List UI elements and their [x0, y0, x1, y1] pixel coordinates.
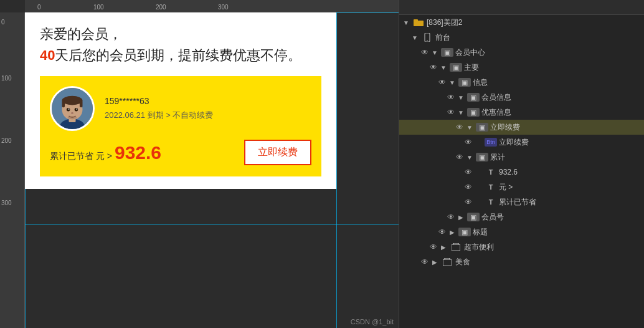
svg-point-8 — [75, 108, 78, 112]
group2-icon — [450, 243, 462, 251]
layer-item-renew-btn[interactable]: 👁 Btn 立即续费 — [399, 135, 644, 150]
layer-label-renew-btn: 立即续费 — [499, 137, 642, 148]
expand-arrow: ▼ — [457, 94, 465, 101]
group-icon: ▣ — [476, 153, 488, 162]
yellow-promotion-box: 159******63 2022.06.21 到期 > 不自动续费 累计已节省 … — [40, 76, 321, 176]
layer-item-info[interactable]: 👁 ▼ ▣ 信息 — [399, 75, 644, 90]
layer-label-discount-info: 优惠信息 — [481, 107, 642, 118]
layers-list[interactable]: ▼ [836]美团2 ▼ 前台 👁 ▼ ▣ 会员中心 👁 ▼ ▣ 主要 — [399, 15, 644, 328]
eye-icon[interactable]: 👁 — [428, 241, 439, 253]
eye-icon[interactable]: 👁 — [428, 62, 439, 73]
expand-arrow: ▼ — [430, 49, 439, 56]
svg-point-9 — [69, 109, 70, 110]
layer-label-main: 主要 — [464, 62, 642, 73]
text-icon: T — [485, 168, 497, 176]
layer-item-amount[interactable]: 👁 T 932.6 — [399, 165, 644, 180]
layer-item-supermarket[interactable]: 👁 ▶ 超市便利 — [399, 239, 644, 254]
expand-arrow: ▼ — [465, 154, 474, 161]
eye-icon[interactable]: 👁 — [419, 256, 430, 268]
layer-label-info: 信息 — [473, 77, 642, 88]
eye-icon[interactable]: 👁 — [445, 107, 457, 118]
member-phone: 159******63 — [105, 96, 214, 106]
member-card: 亲爱的会员， 40天后您的会员到期，提前续费优惠不停。 — [25, 12, 336, 189]
svg-rect-5 — [62, 100, 65, 107]
layer-label-food: 美食 — [455, 257, 642, 268]
layer-label-cumulative: 累计 — [490, 152, 642, 163]
layer-item-member-info[interactable]: 👁 ▼ ▣ 会员信息 — [399, 90, 644, 105]
layer-item-cumulative[interactable]: 👁 ▼ ▣ 累计 — [399, 150, 644, 165]
expand-arrow: ▼ — [448, 79, 457, 86]
svg-point-4 — [62, 96, 83, 105]
eye-icon[interactable]: 👁 — [463, 137, 474, 148]
savings-amount: 932.6 — [115, 142, 161, 163]
svg-point-10 — [76, 109, 77, 110]
eye-icon[interactable]: 👁 — [454, 122, 465, 133]
eye-icon[interactable]: 👁 — [445, 211, 457, 223]
folder-icon — [412, 18, 425, 27]
benefit-row: 累计已节省 元 > 932.6 立即续费 — [50, 140, 311, 165]
layer-label-savings: 累计已节省 — [499, 197, 642, 208]
member-details: 159******63 2022.06.21 到期 > 不自动续费 — [105, 96, 214, 121]
savings-text: 累计已节省 元 > — [50, 151, 112, 162]
svg-rect-17 — [452, 244, 460, 251]
eye-icon[interactable]: 👁 — [454, 152, 465, 163]
member-expire: 2022.06.21 到期 > 不自动续费 — [105, 110, 214, 121]
svg-point-12 — [68, 116, 77, 120]
canvas-area: 0 100 200 300 0 100 200 300 亲爱的会员， 40天后您… — [0, 0, 399, 328]
layer-label-member-no: 会员号 — [481, 212, 642, 223]
ruler-mark-100: 100 — [93, 4, 104, 11]
layer-item-yuan[interactable]: 👁 T 元 > — [399, 180, 644, 195]
group-icon: ▣ — [441, 48, 453, 57]
layer-item-heading[interactable]: 👁 ▶ ▣ 标题 — [399, 224, 644, 239]
layer-label-member-info: 会员信息 — [481, 92, 642, 103]
expand-arrow: ▼ — [439, 64, 448, 71]
ruler-mark-v0: 0 — [1, 19, 5, 26]
layer-item-renew-now[interactable]: 👁 ▼ ▣ 立即续费 — [399, 120, 644, 135]
layer-item-savings-label[interactable]: 👁 T 累计已节省 — [399, 195, 644, 210]
svg-rect-18 — [443, 259, 452, 266]
ruler-mark-v200: 200 — [1, 137, 12, 144]
layer-item-member-center[interactable]: 👁 ▼ ▣ 会员中心 — [399, 45, 644, 60]
mobile-icon — [421, 33, 433, 42]
ruler-mark-v300: 300 — [1, 200, 12, 206]
expand-arrow: ▶ — [430, 259, 439, 266]
member-info-row: 159******63 2022.06.21 到期 > 不自动续费 — [50, 86, 311, 131]
eye-icon[interactable]: 👁 — [445, 92, 457, 103]
layer-label-heading: 标题 — [473, 227, 642, 238]
group-icon: ▣ — [467, 108, 480, 117]
eye-icon[interactable]: 👁 — [437, 77, 448, 88]
highlight-days: 40 — [40, 47, 55, 63]
btn-icon: Btn — [485, 138, 497, 147]
renew-button[interactable]: 立即续费 — [244, 140, 311, 165]
layer-item-discount-info[interactable]: 👁 ▼ ▣ 优惠信息 — [399, 105, 644, 120]
layer-item-meituan2[interactable]: ▼ [836]美团2 — [399, 15, 644, 30]
eye-icon[interactable]: 👁 — [463, 196, 474, 208]
ruler-mark-300: 300 — [218, 4, 229, 11]
layer-item-main[interactable]: 👁 ▼ ▣ 主要 — [399, 60, 644, 75]
ruler-left: 0 100 200 300 — [0, 12, 25, 328]
layer-label-meituan2: [836]美团2 — [427, 17, 642, 28]
layer-label-supermarket: 超市便利 — [464, 242, 642, 253]
eye-icon[interactable]: 👁 — [419, 47, 430, 58]
group-icon: ▣ — [450, 63, 462, 72]
guide-vertical-right — [336, 12, 337, 328]
svg-rect-6 — [80, 100, 83, 107]
svg-point-7 — [67, 108, 70, 112]
layers-panel: ▼ [836]美团2 ▼ 前台 👁 ▼ ▣ 会员中心 👁 ▼ ▣ 主要 — [399, 0, 644, 328]
layer-item-food[interactable]: 👁 ▶ 美食 — [399, 254, 644, 269]
expand-arrow: ▶ — [457, 214, 465, 221]
eye-icon[interactable]: 👁 — [463, 166, 474, 178]
layer-label-renew-now: 立即续费 — [490, 122, 642, 133]
eye-icon[interactable]: 👁 — [437, 226, 448, 238]
svg-point-11 — [71, 112, 73, 114]
group-icon: ▣ — [476, 123, 488, 132]
eye-icon[interactable]: 👁 — [463, 181, 474, 193]
svg-point-16 — [427, 40, 428, 41]
layer-item-front[interactable]: ▼ 前台 — [399, 30, 644, 45]
guide-horizontal-bottom — [25, 224, 399, 225]
expand-arrow: ▼ — [402, 19, 410, 26]
layer-item-member-no[interactable]: 👁 ▶ ▣ 会员号 — [399, 210, 644, 224]
ruler-mark-0: 0 — [37, 4, 41, 11]
group-icon: ▣ — [458, 78, 471, 87]
expand-arrow: ▶ — [439, 244, 448, 251]
